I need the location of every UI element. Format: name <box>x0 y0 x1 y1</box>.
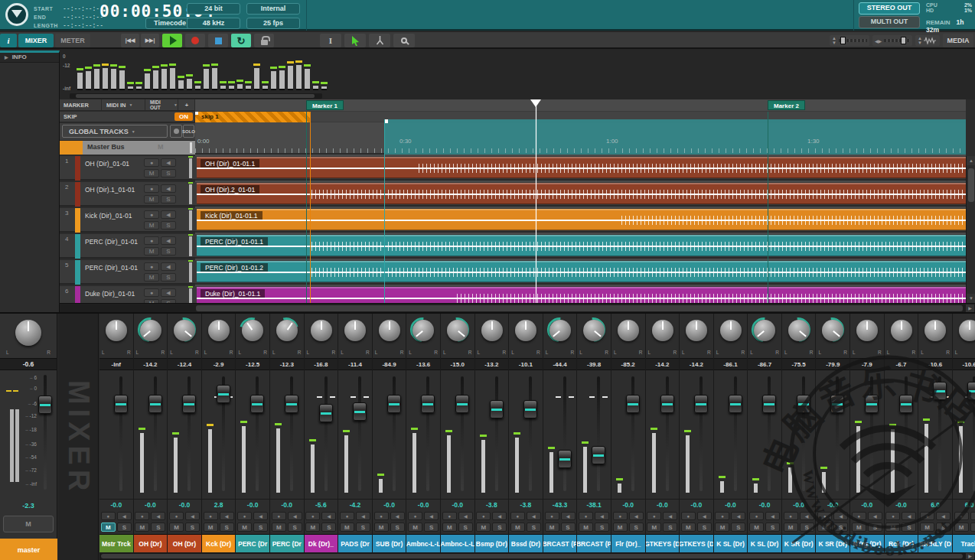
channel-name[interactable]: PERC (Dr <box>270 534 304 552</box>
solo-button[interactable]: S <box>492 523 507 532</box>
fader-cap[interactable] <box>182 395 196 413</box>
pan-knob[interactable] <box>924 320 946 341</box>
fader-cap[interactable] <box>490 400 504 418</box>
solo-button[interactable]: S <box>663 523 677 532</box>
solo-button[interactable]: S <box>288 523 302 532</box>
length-value[interactable]: --:--:--:-- <box>63 22 103 29</box>
monitor-button[interactable]: ◀ <box>527 512 541 520</box>
zoom-tool-button[interactable] <box>393 34 415 47</box>
channel-name[interactable]: Kck (Dr) <box>202 534 236 552</box>
channel-peak-value[interactable]: -12.3 <box>270 358 304 370</box>
scroll-down-icon[interactable]: ▼ <box>967 294 975 303</box>
fader-cap[interactable] <box>762 395 776 413</box>
mute-button[interactable]: M <box>817 523 832 532</box>
solo-button[interactable]: S <box>161 221 176 230</box>
channel-peak-value[interactable]: -75.5 <box>782 358 816 370</box>
mixer-tab[interactable]: MIXER <box>18 34 54 47</box>
record-arm-button[interactable]: ● <box>237 512 252 520</box>
pan-knob[interactable] <box>652 320 673 341</box>
pan-knob[interactable] <box>891 320 912 341</box>
fader-value[interactable]: -0.0 <box>99 499 133 511</box>
channel-name[interactable]: Dk (Dr)_ <box>305 534 338 552</box>
mute-button[interactable]: M <box>144 221 159 230</box>
frame-rate-button[interactable]: 25 fps <box>246 18 300 29</box>
mute-button[interactable]: M <box>305 523 320 532</box>
fader-cap[interactable] <box>455 395 469 413</box>
fader-value[interactable]: -0.0 <box>611 499 645 511</box>
mute-button[interactable]: M <box>144 273 159 282</box>
solo-button[interactable]: S <box>731 523 745 532</box>
channel-peak-value[interactable]: -13.6 <box>406 358 440 370</box>
fader-value[interactable]: -0.0 <box>373 499 406 511</box>
mute-button[interactable]: M <box>885 523 900 532</box>
channel-name[interactable]: GTKEYS (D <box>646 534 680 552</box>
fader-cap[interactable] <box>592 446 605 464</box>
marker-flag[interactable]: Marker 1 <box>306 100 344 110</box>
fader-value[interactable]: -0.0 <box>850 499 884 511</box>
record-arm-button[interactable]: ● <box>579 512 593 520</box>
channel-peak-value[interactable]: -11.4 <box>338 358 372 370</box>
mute-button[interactable]: M <box>749 523 764 532</box>
channel-name[interactable]: GTKEYS (D <box>680 534 713 552</box>
fader-value[interactable]: -0.0 <box>646 499 680 511</box>
channel-peak-value[interactable]: -14.2 <box>646 358 680 370</box>
fader-value[interactable]: -0.0 <box>270 499 304 511</box>
monitor-button[interactable]: ◀ <box>868 512 882 520</box>
fader-value[interactable]: -0.0 <box>782 499 816 511</box>
channel-name[interactable]: OH (Dr) <box>168 534 201 552</box>
fader-value[interactable]: -0.0 <box>748 499 781 511</box>
fader-value[interactable]: -0.0 <box>134 499 168 511</box>
record-arm-button[interactable]: ● <box>374 512 389 520</box>
track-color[interactable] <box>75 234 80 259</box>
channel-name[interactable]: K SL (Dr) <box>748 534 781 552</box>
pan-knob[interactable] <box>276 320 298 341</box>
monitor-button[interactable]: ◀ <box>161 288 176 297</box>
fader-cap[interactable] <box>967 382 975 400</box>
lock-button[interactable] <box>254 34 274 47</box>
fader-track[interactable] <box>666 376 669 491</box>
monitor-button[interactable]: ◀ <box>731 512 745 520</box>
horizontal-zoom-slider[interactable]: ◀▶ <box>872 35 912 46</box>
fader-cap[interactable] <box>830 395 844 413</box>
mixer-scrollbar[interactable]: ▶ <box>99 552 975 560</box>
fader-cap[interactable] <box>148 395 162 413</box>
channel-peak-value[interactable]: -39.8 <box>577 358 611 370</box>
pan-knob[interactable] <box>720 320 742 341</box>
record-arm-button[interactable]: ● <box>715 512 729 520</box>
presonus-logo-icon[interactable] <box>5 3 28 26</box>
midi-out-select[interactable]: MIDI OUT▼ <box>146 99 178 110</box>
record-arm-button[interactable]: ● <box>954 512 969 520</box>
monitor-button[interactable]: ◀ <box>161 236 176 245</box>
pan-knob[interactable] <box>208 320 230 341</box>
channel-peak-value[interactable]: -86.1 <box>714 358 748 370</box>
fader-track[interactable] <box>256 376 259 491</box>
fader-value[interactable]: -4.2 <box>338 499 372 511</box>
solo-button[interactable]: S <box>697 523 712 532</box>
solo-button[interactable]: S <box>629 523 644 532</box>
fader-track[interactable] <box>905 376 908 491</box>
monitor-button[interactable]: ◀ <box>936 512 951 520</box>
channel-name[interactable]: SUB (Dr) <box>373 534 406 552</box>
bit-depth-button[interactable]: 24 bit <box>187 3 240 15</box>
arrow-tool-button[interactable] <box>344 34 366 47</box>
fader-track[interactable] <box>358 376 361 491</box>
solo-button[interactable]: S <box>868 523 882 532</box>
fader-value[interactable]: -38.1 <box>577 499 611 511</box>
pan-knob[interactable] <box>549 320 571 341</box>
monitor-button[interactable]: ◀ <box>458 512 473 520</box>
channel-name[interactable]: K SR (Dr) <box>782 534 816 552</box>
fader-track[interactable] <box>734 376 737 491</box>
solo-button[interactable]: S <box>321 523 336 532</box>
fader-cap[interactable] <box>933 382 947 400</box>
solo-button[interactable]: S <box>970 523 975 532</box>
fader-cap[interactable] <box>797 395 810 413</box>
playhead[interactable] <box>536 99 536 303</box>
fader-cap[interactable] <box>865 395 879 413</box>
solo-button[interactable]: S <box>595 523 609 532</box>
solo-button[interactable]: S <box>161 195 176 203</box>
range-tool-button[interactable]: I <box>320 34 341 47</box>
solo-button[interactable]: S <box>390 523 405 532</box>
fader-track[interactable] <box>699 376 703 491</box>
solo-button[interactable]: S <box>356 523 370 532</box>
monitor-button[interactable]: ◀ <box>970 512 975 520</box>
